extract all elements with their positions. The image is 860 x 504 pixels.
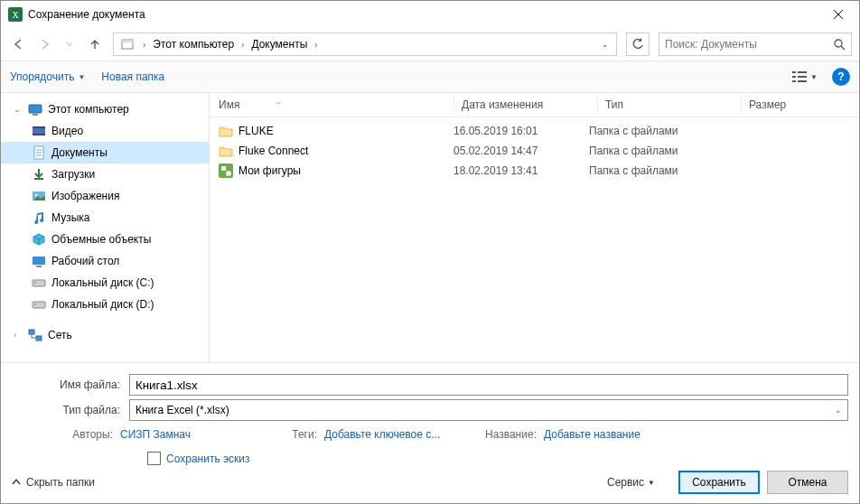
save-thumbnail-label: Сохранить эскиз [166, 453, 250, 465]
folder-icon [32, 254, 46, 268]
svg-rect-17 [33, 126, 45, 128]
svg-rect-8 [792, 71, 796, 73]
svg-rect-9 [792, 76, 796, 78]
search-icon [834, 39, 846, 51]
chevron-up-icon [12, 478, 21, 487]
file-list: Имя⌃ Дата изменения Тип Размер FLUKE16.0… [210, 93, 859, 362]
view-icon [792, 70, 807, 83]
column-headers: Имя⌃ Дата изменения Тип Размер [210, 93, 859, 117]
help-button[interactable]: ? [832, 68, 850, 86]
body: ⌄ Этот компьютер ВидеоДокументыЗагрузкиИ… [1, 93, 859, 362]
column-name[interactable]: Имя⌃ [219, 98, 453, 111]
chevron-right-icon: › [311, 40, 321, 50]
doc-title-value[interactable]: Добавьте название [544, 428, 670, 441]
folder-icon [32, 189, 46, 203]
save-button[interactable]: Сохранить [678, 471, 760, 494]
hide-folders-button[interactable]: Скрыть папки [12, 476, 95, 489]
folder-icon [32, 232, 46, 247]
tree-item[interactable]: Локальный диск (C:) [1, 272, 209, 294]
tree-network[interactable]: › Сеть [1, 324, 209, 346]
chevron-right-icon: › [238, 40, 248, 50]
titlebar: X Сохранение документа [1, 1, 859, 28]
column-date[interactable]: Дата изменения [462, 98, 597, 111]
tags-value[interactable]: Добавьте ключевое с... [324, 428, 451, 441]
column-type[interactable]: Тип [605, 98, 741, 111]
svg-rect-10 [792, 80, 796, 82]
file-row[interactable]: Мои фигуры18.02.2019 13:41Папка с файлам… [210, 161, 859, 181]
expand-icon[interactable]: › [14, 331, 23, 340]
shapes-icon [219, 163, 233, 178]
breadcrumb-item[interactable]: Документы [248, 38, 311, 51]
tree-item[interactable]: Объемные объекты [1, 229, 209, 250]
svg-rect-15 [33, 114, 38, 116]
window-title: Сохранение документа [28, 8, 818, 21]
location-icon [119, 36, 136, 52]
sort-ascending-icon: ⌃ [276, 101, 282, 109]
excel-icon: X [8, 7, 23, 22]
tree-item[interactable]: Изображения [1, 185, 209, 207]
folder-icon [32, 167, 46, 182]
folder-icon [32, 275, 46, 290]
address-history-dropdown[interactable]: ⌄ [596, 40, 614, 49]
tree-item[interactable]: Локальный диск (D:) [1, 294, 209, 315]
svg-rect-18 [33, 134, 45, 135]
svg-rect-11 [798, 71, 807, 73]
file-row[interactable]: FLUKE16.05.2019 16:01Папка с файлами [210, 121, 859, 141]
svg-rect-30 [33, 302, 45, 308]
tree-item[interactable]: Загрузки [1, 163, 209, 185]
chevron-down-icon: ▼ [78, 73, 85, 81]
tools-menu[interactable]: Сервис▼ [607, 476, 655, 489]
svg-rect-14 [29, 105, 42, 113]
column-size[interactable]: Размер [749, 98, 821, 111]
chevron-down-icon: ▼ [648, 479, 655, 487]
filetype-select[interactable]: Книга Excel (*.xlsx) ⌄ [129, 399, 848, 421]
filename-label: Имя файла: [12, 378, 129, 391]
nav-tree: ⌄ Этот компьютер ВидеоДокументыЗагрузкиИ… [1, 93, 210, 362]
forward-button[interactable] [33, 33, 55, 55]
chevron-right-icon: › [139, 40, 149, 50]
svg-rect-12 [798, 76, 807, 78]
filetype-label: Тип файла: [12, 404, 129, 416]
toolbar: Упорядочить▼ Новая папка ▼ ? [1, 61, 859, 93]
filename-input[interactable] [129, 374, 848, 396]
svg-point-31 [34, 303, 36, 305]
computer-icon [28, 102, 42, 117]
tree-item[interactable]: Музыка [1, 207, 209, 229]
svg-rect-26 [33, 257, 45, 265]
file-row[interactable]: Fluke Connect05.02.2019 14:47Папка с фай… [210, 141, 859, 161]
folder-icon [32, 124, 46, 138]
navbar: › Этот компьютер › Документы › ⌄ Поиск: … [1, 28, 859, 61]
view-options-button[interactable]: ▼ [787, 67, 823, 87]
address-bar[interactable]: › Этот компьютер › Документы › ⌄ [113, 33, 617, 56]
cancel-button[interactable]: Отмена [767, 471, 848, 494]
collapse-icon[interactable]: ⌄ [14, 105, 23, 114]
svg-rect-5 [122, 40, 133, 42]
svg-line-7 [841, 46, 845, 50]
up-button[interactable] [84, 33, 106, 55]
svg-rect-33 [36, 336, 42, 341]
search-placeholder: Поиск: Документы [665, 38, 757, 51]
svg-text:X: X [12, 10, 19, 20]
new-folder-button[interactable]: Новая папка [101, 70, 164, 83]
folder-icon [219, 124, 233, 138]
tree-item[interactable]: Документы [1, 142, 209, 163]
svg-rect-13 [798, 80, 807, 82]
doc-title-label: Название: [485, 428, 537, 441]
folder-icon [32, 145, 46, 160]
authors-value[interactable]: СИЗП Замнач [120, 428, 247, 441]
back-button[interactable] [8, 33, 30, 55]
close-button[interactable] [818, 1, 859, 28]
tree-item[interactable]: Видео [1, 120, 209, 142]
tree-item[interactable]: Рабочий стол [1, 250, 209, 272]
footer: Имя файла: Тип файла: Книга Excel (*.xls… [1, 362, 859, 503]
breadcrumb-item[interactable]: Этот компьютер [149, 38, 238, 51]
organize-menu[interactable]: Упорядочить▼ [10, 70, 85, 83]
save-thumbnail-checkbox[interactable] [147, 452, 161, 465]
chevron-down-icon: ⌄ [835, 406, 842, 415]
tree-this-pc[interactable]: ⌄ Этот компьютер [1, 98, 209, 120]
folder-icon [219, 144, 233, 158]
svg-rect-28 [33, 280, 45, 286]
refresh-button[interactable] [626, 33, 650, 56]
recent-dropdown[interactable] [59, 33, 80, 55]
search-input[interactable]: Поиск: Документы [659, 33, 852, 56]
